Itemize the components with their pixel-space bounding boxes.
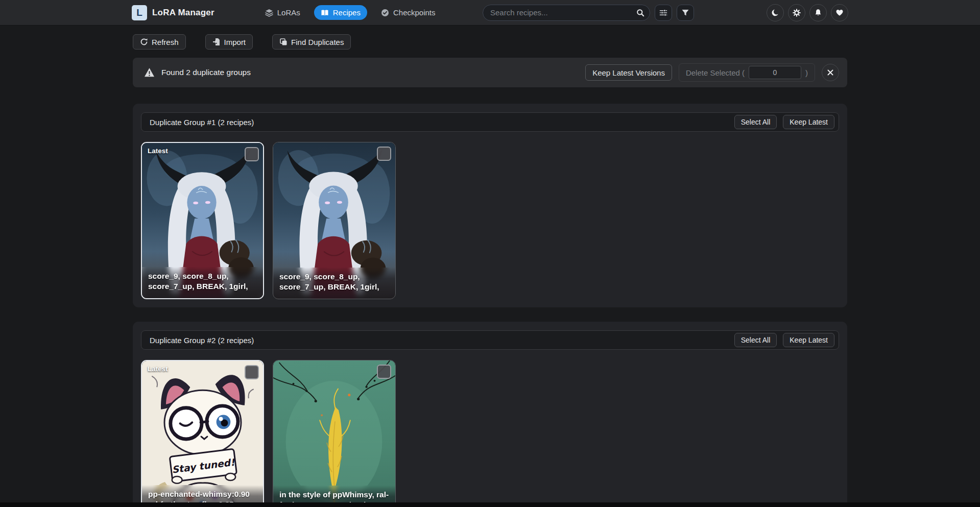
group-1-actions: Select All Keep Latest bbox=[734, 115, 834, 129]
group-1-select-all-button[interactable]: Select All bbox=[734, 115, 777, 129]
recipe-image-yellow-feather bbox=[273, 360, 395, 507]
warning-triangle-icon bbox=[144, 67, 155, 78]
theme-toggle-button[interactable] bbox=[767, 4, 784, 21]
group-2-cards: Stay tuned! Latest pp-enchanted-whimsy:0… bbox=[141, 360, 839, 507]
group-1-header: Duplicate Group #1 (2 recipes) Select Al… bbox=[141, 112, 839, 132]
keep-latest-versions-label: Keep Latest Versions bbox=[592, 68, 665, 77]
group-2-header: Duplicate Group #2 (2 recipes) Select Al… bbox=[141, 330, 839, 350]
lora-manager-page: L LoRA Manager LoRAs Recipes Checkpoints bbox=[0, 0, 980, 507]
app-logo-icon: L bbox=[132, 5, 147, 20]
refresh-label: Refresh bbox=[152, 38, 179, 46]
banner-close-button[interactable] bbox=[822, 64, 839, 81]
find-duplicates-label: Find Duplicates bbox=[291, 38, 344, 46]
duplicates-banner: Found 2 duplicate groups Keep Latest Ver… bbox=[133, 58, 847, 87]
sort-options-button[interactable] bbox=[655, 5, 672, 21]
banner-actions: Keep Latest Versions Delete Selected ( ) bbox=[585, 63, 839, 82]
main-nav: LoRAs Recipes Checkpoints bbox=[258, 5, 442, 20]
moon-icon bbox=[771, 9, 779, 17]
select-all-label: Select All bbox=[741, 118, 771, 126]
refresh-icon bbox=[140, 38, 148, 46]
bell-icon bbox=[814, 9, 822, 17]
bottom-edge-bar bbox=[0, 502, 980, 507]
nav-checkpoints-label: Checkpoints bbox=[393, 8, 436, 17]
group-1-keep-latest-button[interactable]: Keep Latest bbox=[783, 115, 834, 129]
group-2-title: Duplicate Group #2 (2 recipes) bbox=[150, 336, 254, 345]
selected-count-input[interactable] bbox=[749, 66, 801, 79]
nav-loras[interactable]: LoRAs bbox=[258, 5, 307, 20]
duplicate-group-2: Duplicate Group #2 (2 recipes) Select Al… bbox=[133, 322, 847, 507]
duplicate-group-1: Duplicate Group #1 (2 recipes) Select Al… bbox=[133, 104, 847, 307]
close-icon bbox=[826, 68, 834, 77]
delete-selected-button[interactable]: Delete Selected ( ) bbox=[679, 63, 815, 82]
recipe-select-checkbox[interactable] bbox=[245, 147, 259, 161]
search-submit-button[interactable] bbox=[634, 6, 647, 19]
recipe-caption: score_9, score_8_up, score_7_up, BREAK, … bbox=[142, 267, 263, 298]
import-icon bbox=[212, 38, 221, 46]
nav-recipes-label: Recipes bbox=[333, 8, 361, 17]
group-1-title: Duplicate Group #1 (2 recipes) bbox=[150, 118, 254, 127]
duplicates-icon bbox=[279, 38, 288, 46]
nav-loras-label: LoRAs bbox=[277, 8, 300, 17]
group-2-actions: Select All Keep Latest bbox=[734, 333, 834, 347]
recipe-card[interactable]: score_9, score_8_up, score_7_up, BREAK, … bbox=[273, 142, 396, 299]
search-input[interactable] bbox=[483, 5, 650, 21]
recipe-caption: score_9, score_8_up, score_7_up, BREAK, … bbox=[273, 268, 395, 299]
brand[interactable]: L LoRA Manager bbox=[132, 5, 214, 20]
keep-latest-label: Keep Latest bbox=[790, 336, 828, 344]
search-bar bbox=[483, 5, 650, 21]
banner-message: Found 2 duplicate groups bbox=[161, 68, 251, 77]
support-button[interactable] bbox=[831, 4, 848, 21]
nav-checkpoints[interactable]: Checkpoints bbox=[374, 5, 442, 20]
group-1-cards: Latest score_9, score_8_up, score_7_up, … bbox=[141, 142, 839, 299]
banner-message-wrap: Found 2 duplicate groups bbox=[144, 67, 251, 78]
recipes-toolbar: Refresh Import Find Duplicates bbox=[133, 34, 847, 50]
notifications-button[interactable] bbox=[809, 4, 827, 21]
nav-recipes[interactable]: Recipes bbox=[314, 5, 367, 20]
latest-badge: Latest bbox=[148, 147, 168, 155]
filter-button[interactable] bbox=[677, 5, 694, 21]
import-button[interactable]: Import bbox=[205, 34, 253, 50]
book-open-icon bbox=[321, 9, 329, 17]
recipe-card[interactable]: in the style of ppWhimsy, ral-frctlgmtry… bbox=[273, 360, 396, 507]
import-label: Import bbox=[224, 38, 246, 46]
settings-button[interactable] bbox=[788, 4, 805, 21]
gear-icon bbox=[793, 9, 801, 17]
select-all-label: Select All bbox=[741, 336, 771, 344]
heart-icon bbox=[835, 9, 844, 17]
refresh-button[interactable]: Refresh bbox=[133, 34, 186, 50]
app-header: L LoRA Manager LoRAs Recipes Checkpoints bbox=[0, 0, 980, 26]
group-2-select-all-button[interactable]: Select All bbox=[734, 333, 777, 347]
group-2-keep-latest-button[interactable]: Keep Latest bbox=[783, 333, 834, 347]
search-group bbox=[483, 5, 694, 21]
recipe-card[interactable]: Stay tuned! Latest pp-enchanted-whimsy:0… bbox=[141, 360, 264, 507]
sliders-icon bbox=[659, 9, 667, 17]
latest-badge: Latest bbox=[148, 365, 168, 373]
layers-icon bbox=[265, 9, 273, 17]
header-corner-actions bbox=[767, 4, 848, 21]
app-title: LoRA Manager bbox=[152, 8, 214, 18]
check-circle-icon bbox=[381, 9, 389, 17]
delete-selected-suffix: ) bbox=[805, 68, 808, 77]
recipe-card[interactable]: Latest score_9, score_8_up, score_7_up, … bbox=[141, 142, 264, 299]
recipe-select-checkbox[interactable] bbox=[377, 365, 391, 379]
keep-latest-versions-button[interactable]: Keep Latest Versions bbox=[585, 64, 672, 81]
recipe-select-checkbox[interactable] bbox=[377, 147, 391, 161]
keep-latest-label: Keep Latest bbox=[790, 118, 828, 126]
recipe-select-checkbox[interactable] bbox=[245, 365, 259, 379]
delete-selected-prefix: Delete Selected ( bbox=[686, 68, 745, 77]
funnel-icon bbox=[681, 9, 689, 17]
find-duplicates-button[interactable]: Find Duplicates bbox=[272, 34, 351, 50]
main-content: Refresh Import Find Duplicates Found 2 d… bbox=[133, 34, 847, 507]
search-icon bbox=[636, 9, 644, 17]
